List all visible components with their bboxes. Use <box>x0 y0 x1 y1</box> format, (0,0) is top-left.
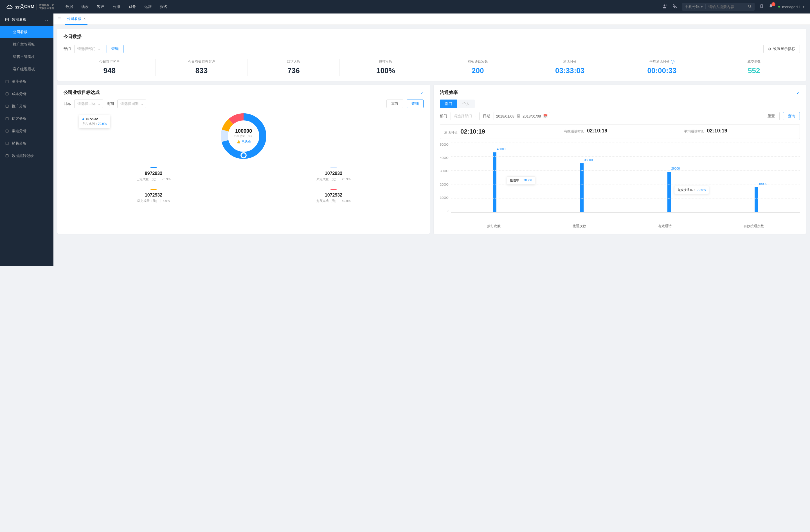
comm-title: 沟通效率 <box>440 90 458 96</box>
sidebar-item[interactable]: 成本分析 <box>0 88 53 100</box>
link-icon <box>5 129 9 133</box>
dashboard-icon <box>5 18 9 22</box>
donut-center-value: 100000 <box>234 128 254 134</box>
legend-item: 8972932已完成量（元）70.9% <box>64 164 244 186</box>
today-title: 今日数据 <box>64 34 800 40</box>
chevron-down-icon: ⌄ <box>98 102 100 105</box>
legend-item: 1072932未完成量（元）20.9% <box>244 164 424 186</box>
stat-item: 平均通话时长?00:00:33 <box>616 59 708 76</box>
donut-status: 👍已达成 <box>234 140 254 144</box>
donut-center-label: 目标总量（元） <box>234 134 254 138</box>
nav-item[interactable]: 客户 <box>97 0 104 13</box>
sidebar-item[interactable]: 漏斗分析 <box>0 76 53 88</box>
nav-item[interactable]: 财务 <box>129 0 136 13</box>
sidebar-item[interactable]: 访客分析 <box>0 113 53 125</box>
query-button[interactable]: 查询 <box>107 45 124 53</box>
close-icon[interactable]: ✕ <box>83 17 86 20</box>
logo: 云朵CRM 教育机构一站式服务云平台 <box>6 3 54 11</box>
sidebar-item[interactable]: 客户经理看板 <box>0 63 53 76</box>
mobile-icon[interactable] <box>760 4 764 10</box>
stat-item: 今日首咨客户948 <box>64 59 156 76</box>
chevron-down-icon: ▾ <box>701 5 702 9</box>
nav-item[interactable]: 公海 <box>113 0 120 13</box>
legend-item: 1072932超额完成（元）89.9% <box>244 186 424 207</box>
sidebar: 数据看板 ︿ 公司看板推广主管看板销售主管看板客户经理看板 漏斗分析成本分析推广… <box>0 14 53 266</box>
tabs-bar: ☰ 公司看板 ✕ <box>53 14 810 25</box>
eye-icon <box>5 142 9 145</box>
sidebar-item[interactable]: 推广分析 <box>0 100 53 113</box>
query-button[interactable]: 查询 <box>407 100 424 108</box>
info-icon[interactable]: ? <box>671 60 675 64</box>
menu-icon[interactable]: ☰ <box>58 17 61 21</box>
legend-item: 1072932应完成量（元）8.9% <box>64 186 244 207</box>
settings-button[interactable]: ⚙设置显示指标 <box>763 45 800 53</box>
chevron-down-icon: ⌄ <box>141 102 143 105</box>
gear-icon: ⚙ <box>768 47 772 51</box>
sidebar-item[interactable]: 销售主管看板 <box>0 51 53 63</box>
nav-item[interactable]: 报名 <box>160 0 167 13</box>
comm-panel: 沟通效率 ⤢ 部门 个人 部门 请选择部门⌄ 日期 2018/01/08 至 <box>434 85 806 234</box>
sidebar-item[interactable]: 数据流转记录 <box>0 150 53 162</box>
nav-item[interactable]: 数据 <box>66 0 73 13</box>
sidebar-item[interactable]: 销售分析 <box>0 137 53 150</box>
summary-item: 通话时长02:10:19 <box>440 124 560 139</box>
phone-icon[interactable] <box>673 4 677 10</box>
reset-button[interactable]: 重置 <box>763 112 780 120</box>
chevron-down-icon: ⌄ <box>98 48 100 51</box>
bar: 18000 <box>713 187 800 212</box>
search-icon[interactable] <box>745 4 755 9</box>
comm-dept-select[interactable]: 请选择部门⌄ <box>451 112 480 120</box>
top-header: 云朵CRM 教育机构一站式服务云平台 数据线索客户公海财务运营报名 手机号码▾ … <box>0 0 810 14</box>
svg-point-0 <box>664 4 665 6</box>
search-type-select[interactable]: 手机号码▾ <box>682 4 706 9</box>
stat-item: 回访人数736 <box>248 59 340 76</box>
seg-person[interactable]: 个人 <box>457 100 475 108</box>
stat-item: 通话时长03:33:03 <box>524 59 616 76</box>
svg-rect-11 <box>6 154 8 157</box>
svg-rect-8 <box>6 117 8 120</box>
sidebar-item[interactable]: 公司看板 <box>0 26 53 38</box>
dept-label: 部门 <box>440 114 447 119</box>
stat-item: 成交单数552 <box>708 59 800 76</box>
add-user-icon[interactable] <box>662 4 667 10</box>
search-input[interactable] <box>706 5 745 9</box>
svg-rect-10 <box>6 142 8 145</box>
bell-icon[interactable]: 5 <box>769 4 773 10</box>
expand-icon[interactable]: ⤢ <box>797 90 800 95</box>
svg-rect-9 <box>6 130 8 132</box>
svg-rect-5 <box>6 80 8 83</box>
sidebar-group-header[interactable]: 数据看板 ︿ <box>0 14 53 26</box>
summary-item: 有效通话时长02:10:19 <box>560 124 680 139</box>
summary-item: 平均通话时长02:10:19 <box>680 124 799 139</box>
target-label: 目标 <box>64 101 71 106</box>
period-select[interactable]: 请选择周期⌄ <box>117 100 146 108</box>
stats-row: 今日首咨客户948今日有效首咨客户833回访人数736拨打次数100%有效通话次… <box>64 59 800 76</box>
user-menu[interactable]: manager11 ▾ <box>778 5 804 9</box>
logo-subtitle: 教育机构一站式服务云平台 <box>36 4 54 10</box>
username: manager11 <box>782 5 801 9</box>
target-panel: 公司业绩目标达成 ⤢ 目标 请选择目标⌄ 周期 请选择周期⌄ 重置 查询 <box>58 85 430 234</box>
edit-icon <box>5 104 9 108</box>
expand-icon[interactable]: ⤢ <box>420 90 424 95</box>
search-bar: 手机号码▾ <box>682 3 755 11</box>
nav-item[interactable]: 运营 <box>144 0 151 13</box>
chat-icon <box>5 117 9 121</box>
date-range-input[interactable]: 2018/01/08 至 2018/01/08 📅 <box>493 112 550 120</box>
nav-item[interactable]: 线索 <box>81 0 88 13</box>
target-title: 公司业绩目标达成 <box>64 90 100 96</box>
x-label: 接通次数 <box>573 224 586 229</box>
calendar-icon: 📅 <box>543 114 548 118</box>
period-label: 周期 <box>107 101 114 106</box>
donut-legend: 8972932已完成量（元）70.9%1072932未完成量（元）20.9%10… <box>64 164 424 207</box>
dept-select[interactable]: 请选择部门⌄ <box>74 45 103 53</box>
target-select[interactable]: 请选择目标⌄ <box>74 100 103 108</box>
sidebar-item[interactable]: 推广主管看板 <box>0 38 53 51</box>
callout-connect-rate: 接通率：70.9% <box>507 176 535 184</box>
reset-button[interactable]: 重置 <box>386 100 403 108</box>
tab-company-board[interactable]: 公司看板 ✕ <box>65 14 87 25</box>
stat-item: 拨打次数100% <box>340 59 432 76</box>
seg-dept[interactable]: 部门 <box>440 100 457 108</box>
query-button[interactable]: 查询 <box>783 112 800 120</box>
notification-badge: 5 <box>772 2 775 6</box>
sidebar-item[interactable]: 渠道分析 <box>0 125 53 137</box>
